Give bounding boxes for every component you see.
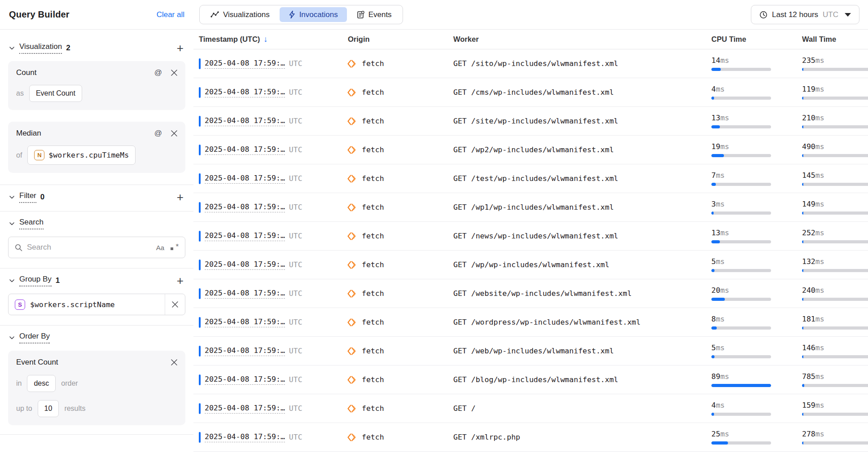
table-row[interactable]: 2025-04-08 17:59:…UTC fetchGET /4ms159ms (193, 394, 868, 423)
search-section-title[interactable]: Search (19, 218, 44, 229)
at-mention-icon[interactable]: @ (154, 129, 162, 138)
timestamp-value[interactable]: 2025-04-08 17:59:… (205, 231, 285, 241)
table-row[interactable]: 2025-04-08 17:59:…UTC fetchGET /web/wp-i… (193, 337, 868, 366)
row-accent-bar (199, 87, 201, 98)
chevron-down-icon[interactable] (9, 221, 15, 227)
timestamp-value[interactable]: 2025-04-08 17:59:… (205, 88, 285, 97)
visualization-count: 2 (66, 44, 70, 53)
ms-unit: ms (720, 430, 729, 438)
as-label: as (16, 89, 24, 97)
column-header-cpu-time[interactable]: CPU Time (706, 35, 797, 44)
timestamp-value[interactable]: 2025-04-08 17:59:… (205, 404, 285, 414)
filter-section-title[interactable]: Filter (19, 191, 36, 203)
ms-unit: ms (716, 171, 725, 180)
close-icon[interactable] (171, 130, 177, 137)
string-type-badge: S (15, 299, 25, 310)
group-by-field[interactable]: S $workers.scriptName (8, 294, 185, 315)
median-field-button[interactable]: N $workers.cpuTimeMs (27, 145, 136, 165)
table-row[interactable]: 2025-04-08 17:59:…UTC fetchGET /site/wp-… (193, 107, 868, 136)
cpu-time-bar (711, 240, 771, 243)
ms-unit: ms (815, 85, 824, 93)
ms-unit: ms (815, 114, 824, 122)
sort-direction-button[interactable]: desc (27, 375, 56, 392)
close-icon (172, 301, 178, 308)
chevron-down-icon[interactable] (9, 45, 15, 51)
close-icon[interactable] (171, 359, 177, 366)
visualization-section-title[interactable]: Visualization (19, 42, 62, 54)
order-label: order (61, 379, 78, 388)
add-visualization-button[interactable]: + (176, 42, 184, 54)
result-limit-input[interactable]: 10 (38, 400, 59, 417)
invocations-panel: Visualizations Invocations (193, 0, 868, 458)
page-title: Query Builder (9, 9, 70, 20)
cpu-time-bar (711, 298, 771, 301)
chevron-down-icon[interactable] (9, 335, 15, 341)
regex-toggle[interactable]: * (171, 244, 179, 251)
worker-request: GET /wp/wp-includes/wlwmanifest.xml (453, 260, 706, 269)
cpu-time-value: 4 (711, 401, 716, 410)
timestamp-value[interactable]: 2025-04-08 17:59:… (205, 203, 285, 212)
tab-visualizations[interactable]: Visualizations (202, 7, 279, 22)
order-by-section-title[interactable]: Order By (19, 332, 50, 344)
cpu-time-bar (711, 68, 771, 71)
ms-unit: ms (720, 229, 729, 237)
timestamp-value[interactable]: 2025-04-08 17:59:… (205, 145, 285, 155)
add-group-by-button[interactable]: + (176, 275, 184, 286)
origin-value: fetch (362, 404, 384, 413)
timestamp-value[interactable]: 2025-04-08 17:59:… (205, 375, 285, 385)
line-chart-icon (210, 11, 219, 18)
timestamp-value[interactable]: 2025-04-08 17:59:… (205, 432, 285, 442)
table-row[interactable]: 2025-04-08 17:59:…UTC fetchGET /news/wp-… (193, 222, 868, 251)
clear-all-button[interactable]: Clear all (157, 10, 184, 19)
timestamp-value[interactable]: 2025-04-08 17:59:… (205, 346, 285, 356)
timestamp-value[interactable]: 2025-04-08 17:59:… (205, 260, 285, 270)
table-row[interactable]: 2025-04-08 17:59:…UTC fetchGET /wp/wp-in… (193, 251, 868, 279)
visualization-card-count: Count @ as Event Count (8, 61, 185, 110)
column-header-timestamp[interactable]: Timestamp (UTC) ↓ (193, 35, 342, 44)
origin-value: fetch (362, 289, 384, 298)
table-row[interactable]: 2025-04-08 17:59:…UTC fetchGET /wordpres… (193, 308, 868, 337)
ms-unit: ms (815, 171, 824, 180)
event-count-alias-button[interactable]: Event Count (29, 85, 82, 102)
match-case-toggle[interactable]: Aa (156, 244, 164, 251)
numeric-type-badge: N (34, 150, 44, 160)
cpu-time-bar (711, 413, 771, 416)
cpu-time-value: 25 (711, 430, 720, 438)
timestamp-value[interactable]: 2025-04-08 17:59:… (205, 116, 285, 126)
timestamp-value[interactable]: 2025-04-08 17:59:… (205, 59, 285, 69)
table-row[interactable]: 2025-04-08 17:59:…UTC fetchGET /website/… (193, 279, 868, 308)
origin-value: fetch (362, 203, 384, 211)
table-row[interactable]: 2025-04-08 17:59:…UTC fetchGET /wp2/wp-i… (193, 136, 868, 164)
timestamp-timezone: UTC (289, 88, 302, 97)
filter-count: 0 (40, 193, 44, 202)
wall-time-value: 210 (802, 114, 815, 122)
search-input[interactable] (27, 243, 150, 252)
table-row[interactable]: 2025-04-08 17:59:…UTC fetchGET /cms/wp-i… (193, 78, 868, 107)
visualization-section-header: Visualization 2 + (9, 42, 184, 54)
tab-events[interactable]: Events (348, 7, 401, 22)
timestamp-value[interactable]: 2025-04-08 17:59:… (205, 174, 285, 184)
workers-fetch-icon (347, 88, 357, 97)
column-header-origin[interactable]: Origin (342, 35, 453, 44)
timestamp-value[interactable]: 2025-04-08 17:59:… (205, 289, 285, 299)
at-mention-icon[interactable]: @ (154, 68, 162, 77)
tab-invocations[interactable]: Invocations (280, 7, 347, 22)
table-row[interactable]: 2025-04-08 17:59:…UTC fetchGET /xmlrpc.p… (193, 423, 868, 452)
table-row[interactable]: 2025-04-08 17:59:…UTC fetchGET /blog/wp-… (193, 366, 868, 394)
table-row[interactable]: 2025-04-08 17:59:…UTC fetchGET /test/wp-… (193, 164, 868, 193)
cpu-time-value: 5 (711, 344, 716, 352)
time-range-selector[interactable]: Last 12 hours UTC (751, 5, 859, 24)
column-header-wall-time[interactable]: Wall Time (797, 35, 868, 44)
chevron-down-icon[interactable] (9, 194, 15, 200)
close-icon[interactable] (171, 70, 177, 76)
timestamp-value[interactable]: 2025-04-08 17:59:… (205, 317, 285, 327)
table-row[interactable]: 2025-04-08 17:59:…UTC fetchGET /sito/wp-… (193, 49, 868, 78)
column-header-worker[interactable]: Worker (453, 35, 706, 44)
table-row[interactable]: 2025-04-08 17:59:…UTC fetchGET /wp1/wp-i… (193, 193, 868, 222)
add-filter-button[interactable]: + (176, 191, 184, 203)
ms-unit: ms (815, 142, 824, 151)
ms-unit: ms (815, 229, 824, 237)
group-by-section-title[interactable]: Group By (19, 275, 52, 286)
chevron-down-icon[interactable] (9, 278, 15, 284)
remove-group-by-button[interactable] (165, 294, 185, 315)
